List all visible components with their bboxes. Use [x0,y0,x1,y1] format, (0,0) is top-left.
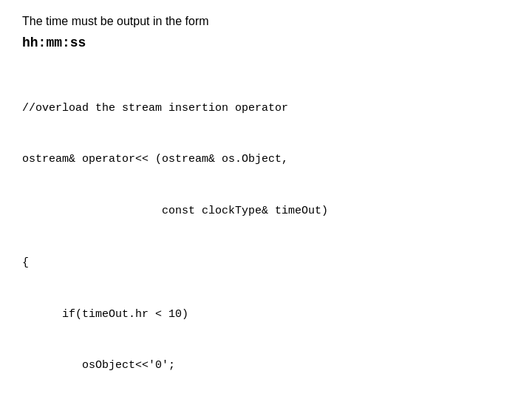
block1-line2: osObject<<'0'; [22,357,510,374]
intro-line1: The time must be output in the form [22,15,510,28]
block1-line1: if(timeOut.hr < 10) [22,306,510,323]
brace-open: { [22,254,510,271]
code-line-1: ostream& operator<< (ostream& os.Object, [22,151,510,168]
code-line-2: const clockType& timeOut) [22,202,510,219]
comment-line: //overload the stream insertion operator [22,100,510,117]
code-block: //overload the stream insertion operator… [22,65,510,399]
intro-line2: hh:mm:ss [22,35,510,50]
